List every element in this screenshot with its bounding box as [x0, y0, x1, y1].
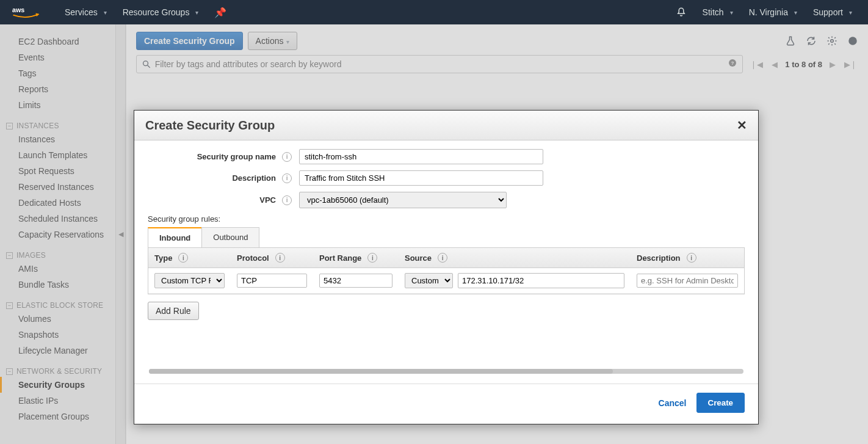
col-description-label: Description [637, 253, 681, 263]
info-icon[interactable]: i [282, 195, 292, 205]
main-area: EC2 Dashboard Events Tags Reports Limits… [0, 24, 868, 444]
rule-description-input[interactable] [637, 274, 738, 288]
info-icon[interactable]: i [178, 253, 188, 263]
rule-type-select[interactable]: Custom TCP Rule [154, 273, 225, 288]
nav-services[interactable]: Services [65, 7, 107, 17]
info-icon[interactable]: i [438, 253, 447, 263]
modal-title: Create Security Group [145, 118, 275, 133]
rule-source-cidr-input[interactable] [458, 273, 624, 288]
col-type-label: Type [154, 253, 172, 263]
aws-logo[interactable]: aws [12, 5, 40, 19]
rule-protocol-input [237, 274, 307, 288]
modal-header: Create Security Group ✕ [134, 111, 758, 140]
info-icon[interactable]: i [282, 173, 292, 183]
info-icon[interactable]: i [275, 253, 285, 263]
col-port-label: Port Range [319, 253, 361, 263]
pin-icon[interactable]: 📌 [214, 7, 226, 18]
modal-horizontal-scrollbar[interactable] [149, 369, 743, 374]
vpc-label: VPC [148, 195, 276, 205]
nav-resource-groups[interactable]: Resource Groups [123, 7, 199, 17]
create-button[interactable]: Create [696, 393, 745, 413]
add-rule-button[interactable]: Add Rule [148, 302, 199, 320]
vpc-select[interactable]: vpc-1ab65060 (default) [299, 192, 507, 208]
tab-inbound[interactable]: Inbound [148, 227, 202, 247]
top-nav: aws Services Resource Groups 📌 Stitch N.… [0, 0, 868, 24]
sg-name-label: Security group name [148, 152, 276, 161]
create-security-group-modal: Create Security Group ✕ Security group n… [134, 110, 759, 424]
sg-name-input[interactable] [299, 149, 543, 164]
nav-support[interactable]: Support [813, 7, 852, 17]
nav-region[interactable]: N. Virginia [749, 7, 797, 17]
rule-row: Custom TCP Rule Custom [148, 268, 744, 294]
info-icon[interactable]: i [367, 253, 377, 263]
rule-source-mode-select[interactable]: Custom [405, 273, 453, 288]
nav-account[interactable]: Stitch [703, 7, 733, 17]
svg-text:aws: aws [12, 6, 24, 13]
modal-close-icon[interactable]: ✕ [737, 118, 747, 133]
description-input[interactable] [299, 170, 543, 186]
info-icon[interactable]: i [282, 152, 292, 162]
rule-port-input[interactable] [319, 274, 392, 288]
rules-section-label: Security group rules: [148, 214, 745, 224]
tab-outbound[interactable]: Outbound [201, 227, 259, 247]
info-icon[interactable]: i [687, 253, 696, 263]
col-source-label: Source [405, 253, 432, 263]
col-protocol-label: Protocol [237, 253, 269, 263]
notifications-icon[interactable] [676, 7, 687, 18]
rules-table: Typei Protocoli Port Rangei Sourcei Desc… [148, 247, 745, 294]
cancel-button[interactable]: Cancel [659, 398, 687, 408]
description-label: Description [148, 173, 276, 183]
